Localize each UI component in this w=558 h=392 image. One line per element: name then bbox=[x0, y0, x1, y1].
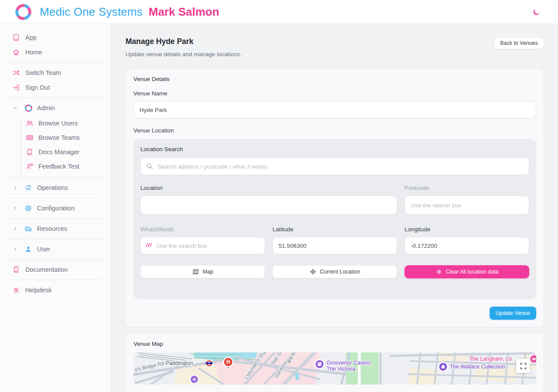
sidebar-item-home[interactable]: Home bbox=[0, 45, 111, 60]
sidebar-item-app[interactable]: App bbox=[0, 30, 111, 45]
sidebar-label: Admin bbox=[37, 105, 55, 112]
sidebar-group-resources[interactable]: Resources bbox=[0, 221, 111, 236]
map-station-paddington: Paddington bbox=[166, 360, 193, 366]
map-button[interactable]: Map bbox=[140, 265, 265, 278]
map-canvas: o's Bridge Rd Paddington Pra t Michael's… bbox=[133, 352, 536, 385]
chevron-right-icon bbox=[13, 185, 18, 190]
postcode-label: Postcode bbox=[405, 185, 529, 191]
gear-icon bbox=[24, 204, 33, 213]
current-location-icon bbox=[310, 268, 316, 275]
sidebar-label: Home bbox=[25, 49, 42, 56]
shuffle-icon bbox=[12, 68, 20, 77]
map-fullscreen-button[interactable] bbox=[516, 359, 530, 373]
hotel-marker[interactable] bbox=[530, 355, 536, 363]
sidebar-divider bbox=[7, 239, 104, 239]
sidebar-label: Browse Teams bbox=[38, 134, 80, 141]
sidebar-divider bbox=[7, 98, 104, 98]
chevron-down-icon bbox=[13, 105, 18, 111]
sidebar-divider bbox=[7, 218, 104, 219]
helpdesk-icon bbox=[12, 286, 20, 294]
current-location-button-label: Current Location bbox=[320, 269, 360, 275]
what3words-label: What3Words bbox=[140, 226, 265, 233]
current-location-button[interactable]: Current Location bbox=[272, 265, 397, 278]
brand-title: Medic One Systems bbox=[40, 5, 143, 19]
back-to-venues-button[interactable]: Back to Venues bbox=[494, 37, 544, 49]
home-icon bbox=[12, 48, 20, 57]
sidebar-divider bbox=[7, 177, 104, 178]
sidebar-item-sign-out[interactable]: Sign Out bbox=[0, 80, 111, 95]
sign-out-icon bbox=[12, 83, 20, 92]
venue-details-card: Venue Details Venue Name Venue Location … bbox=[126, 68, 544, 327]
sidebar-item-helpdesk[interactable]: Helpdesk bbox=[0, 283, 111, 297]
dark-mode-toggle[interactable] bbox=[531, 7, 541, 17]
sidebar-label: Docs Manager bbox=[38, 149, 79, 155]
top-bar: Medic One Systems Mark Salmon bbox=[0, 0, 558, 24]
page-title: Manage Hyde Park bbox=[126, 37, 242, 46]
admin-sub-list: Browse Users Browse Teams bbox=[21, 115, 111, 175]
page-subtitle: Update venue details and manage location… bbox=[126, 51, 242, 57]
sidebar-item-documentation[interactable]: Documentation bbox=[0, 262, 111, 277]
sidebar-divider bbox=[7, 259, 104, 260]
location-search-input[interactable] bbox=[140, 158, 529, 175]
sidebar-label: User bbox=[37, 246, 51, 253]
sidebar-group-admin[interactable]: Admin bbox=[0, 101, 111, 115]
sidebar-item-browse-users[interactable]: Browse Users bbox=[21, 116, 111, 130]
clear-location-data-button[interactable]: Clear All location data bbox=[405, 265, 529, 278]
location-input[interactable] bbox=[140, 196, 397, 215]
update-venue-button[interactable]: Update Venue bbox=[490, 307, 536, 320]
sidebar-label: Switch Team bbox=[25, 69, 61, 76]
admin-swirl-icon bbox=[24, 104, 33, 112]
venue-details-title: Venue Details bbox=[133, 76, 536, 82]
venue-map-card: Venue Map bbox=[126, 333, 544, 392]
sidebar-group-user[interactable]: User bbox=[0, 242, 111, 257]
moon-icon bbox=[532, 8, 541, 16]
feedback-icon bbox=[25, 162, 34, 171]
person-icon bbox=[24, 245, 33, 253]
postcode-input[interactable] bbox=[405, 196, 529, 215]
sidebar-item-docs-manager[interactable]: Docs Manager bbox=[21, 145, 111, 159]
chart-icon bbox=[24, 183, 33, 192]
sidebar-label: Feedback Test bbox=[38, 163, 79, 170]
clear-button-label: Clear All location data bbox=[446, 269, 499, 275]
venue-map[interactable]: o's Bridge Rd Paddington Pra t Michael's… bbox=[133, 352, 536, 385]
poi-dot-marker[interactable] bbox=[190, 375, 198, 384]
search-icon bbox=[146, 162, 153, 172]
chevron-right-icon bbox=[13, 206, 18, 211]
sidebar-label: Configuration bbox=[37, 205, 75, 212]
sidebar-label: Browse Users bbox=[38, 120, 78, 127]
sidebar: App Home Switch Team bbox=[0, 24, 111, 392]
what3words-input[interactable] bbox=[140, 237, 265, 254]
map-poi-casino-line1: Grosvenor Casino, bbox=[327, 360, 372, 366]
users-icon bbox=[25, 119, 34, 128]
book-icon bbox=[25, 148, 34, 156]
sidebar-label: App bbox=[25, 34, 37, 41]
main-content: Manage Hyde Park Update venue details an… bbox=[111, 24, 558, 392]
map-poi-casino-line2: The Victoria bbox=[327, 366, 355, 372]
sidebar-label: Operations bbox=[37, 184, 68, 191]
sidebar-group-operations[interactable]: Operations bbox=[0, 180, 111, 195]
sidebar-label: Resources bbox=[37, 225, 67, 232]
svg-text:H: H bbox=[226, 359, 230, 365]
latitude-input[interactable] bbox=[272, 237, 397, 254]
sidebar-divider bbox=[7, 62, 104, 63]
what3words-slashes-icon: /// bbox=[146, 242, 152, 248]
map-poi-langham: The Langham, Lo bbox=[469, 356, 512, 362]
sidebar-item-switch-team[interactable]: Switch Team bbox=[0, 65, 111, 80]
location-search-title: Location Search bbox=[140, 146, 529, 152]
ambulance-icon bbox=[24, 224, 33, 233]
venue-name-input[interactable] bbox=[133, 101, 536, 118]
clear-circle-x-icon bbox=[436, 268, 442, 275]
location-label: Location bbox=[140, 185, 397, 191]
venue-map-title: Venue Map bbox=[133, 341, 536, 347]
brand-logo-icon bbox=[14, 3, 32, 21]
latitude-label: Latitude bbox=[272, 226, 397, 233]
sidebar-item-browse-teams[interactable]: Browse Teams bbox=[21, 130, 111, 145]
longitude-input[interactable] bbox=[405, 237, 529, 254]
sidebar-label: Documentation bbox=[25, 266, 68, 273]
table-icon bbox=[25, 133, 34, 142]
sidebar-group-configuration[interactable]: Configuration bbox=[0, 201, 111, 216]
sidebar-label: Sign Out bbox=[25, 84, 50, 91]
documentation-book-icon bbox=[12, 265, 20, 274]
sidebar-item-feedback-test[interactable]: Feedback Test bbox=[21, 159, 111, 173]
app-icon bbox=[12, 33, 20, 42]
